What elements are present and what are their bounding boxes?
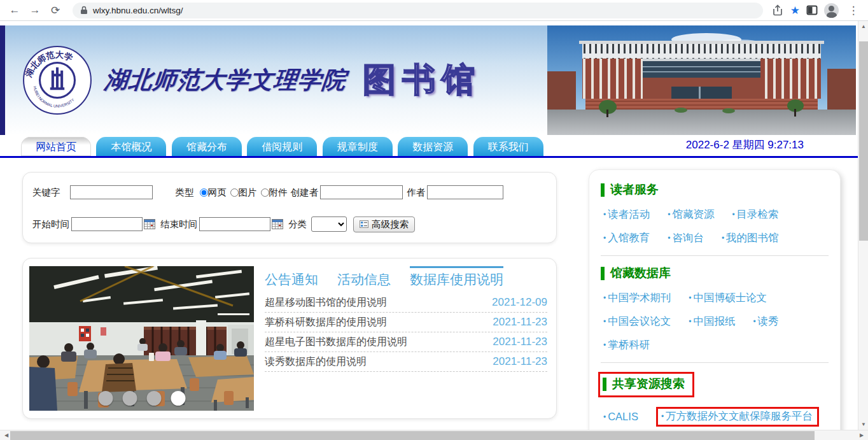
type-radio-image[interactable] xyxy=(230,188,239,197)
divider xyxy=(601,255,829,256)
vertical-scrollbar[interactable]: ▲ ▼ xyxy=(858,21,868,430)
divider xyxy=(601,362,829,363)
section-title: 共享资源搜索 xyxy=(612,376,685,392)
back-icon[interactable]: ← xyxy=(6,2,23,18)
main-navigation: 网站首页 本馆概况 馆藏分布 借阅规则 规章制度 数据资源 联系我们 2022-… xyxy=(0,137,858,158)
bullet-icon: • xyxy=(668,210,670,219)
sidebar-link-label: 目录检索 xyxy=(737,208,779,222)
scroll-down-icon[interactable]: ▼ xyxy=(858,422,868,427)
start-time-input[interactable] xyxy=(71,217,143,231)
profile-avatar[interactable] xyxy=(824,3,839,18)
sidebar-link-wanfang-highlighted[interactable]: •万方数据外文文献保障服务平台 xyxy=(656,407,819,427)
reload-icon[interactable]: ⟳ xyxy=(47,2,64,18)
news-item-title[interactable]: 掌桥科研数据库的使用说明 xyxy=(265,316,387,329)
carousel[interactable] xyxy=(29,266,254,411)
sidebar-link-label: 万方数据外文文献保障服务平台 xyxy=(666,409,813,423)
calendar-icon[interactable] xyxy=(144,219,155,229)
library-building-photo xyxy=(547,25,856,135)
category-select[interactable] xyxy=(311,216,347,232)
tab-data-resources[interactable]: 数据资源 xyxy=(398,137,468,156)
carousel-dot-4-active[interactable] xyxy=(171,391,185,406)
sidebar-link-conference-papers[interactable]: •中国会议论文 xyxy=(603,315,671,329)
type-radio-webpage[interactable] xyxy=(200,188,208,197)
page-viewport: 湖北师范大学 HUBEI NORMAL UNIVERSITY 湖北师范大学文理学… xyxy=(0,22,858,430)
news-item: 掌桥科研数据库的使用说明 2021-11-23 xyxy=(265,313,547,332)
news-item-title[interactable]: 读秀数据库的使用说明 xyxy=(265,355,367,369)
address-bar[interactable]: wlxy.hbnu.edu.cn/wltsg/ xyxy=(73,3,763,18)
sidebar-link-label: 馆藏资源 xyxy=(672,208,714,222)
news-item-title[interactable]: 超星移动图书馆的使用说明 xyxy=(265,296,387,309)
carousel-dot-3[interactable] xyxy=(146,391,161,406)
type-radio-attachment[interactable] xyxy=(261,188,269,197)
tab-collections[interactable]: 馆藏分布 xyxy=(172,137,242,156)
bullet-icon: • xyxy=(689,317,691,326)
sidebar-link-catalog-search[interactable]: •目录检索 xyxy=(732,208,778,222)
vertical-scroll-thumb[interactable] xyxy=(859,41,868,241)
tab-borrow-rules[interactable]: 借阅规则 xyxy=(247,137,317,156)
author-input[interactable] xyxy=(427,185,503,199)
lock-icon xyxy=(80,6,88,15)
bullet-icon: • xyxy=(668,234,670,243)
sidebar-link-collection-resources[interactable]: •馆藏资源 xyxy=(668,208,714,222)
end-time-input[interactable] xyxy=(199,217,270,231)
calendar-icon[interactable] xyxy=(272,219,283,229)
creator-label: 创建者 xyxy=(291,187,319,199)
news-item: 超星移动图书馆的使用说明 2021-12-09 xyxy=(265,293,547,313)
sidebar-link-theses[interactable]: •中国博硕士论文 xyxy=(689,291,767,305)
news-carousel-panel: 公告通知 活动信息 数据库使用说明 超星移动图书馆的使用说明 2021-12-0… xyxy=(22,258,557,419)
bookmark-star-icon[interactable]: ★ xyxy=(790,4,800,17)
sidebar-link-newspapers[interactable]: •中国报纸 xyxy=(689,315,735,329)
news-item-date: 2021-11-23 xyxy=(493,316,547,329)
section-title: 馆藏数据库 xyxy=(610,265,671,281)
tab-regulations[interactable]: 规章制度 xyxy=(323,137,393,156)
sidebar-link-duxiu[interactable]: •读秀 xyxy=(753,315,778,329)
bullet-icon: • xyxy=(603,341,606,350)
side-panel-icon[interactable] xyxy=(806,5,818,15)
news-item: 超星电子图书数据库的使用说明 2021-11-23 xyxy=(265,332,547,352)
bullet-icon: • xyxy=(661,412,664,421)
tab-home[interactable]: 网站首页 xyxy=(21,137,91,156)
sidebar-link-reader-activities[interactable]: •读者活动 xyxy=(603,208,650,222)
news-tab-database-guides[interactable]: 数据库使用说明 xyxy=(410,266,503,288)
sidebar-link-label: 我的图书馆 xyxy=(726,231,779,245)
url-text[interactable]: wlxy.hbnu.edu.cn/wltsg/ xyxy=(93,6,183,15)
sidebar-link-zhangqiao[interactable]: •掌桥科研 xyxy=(603,338,650,352)
news-tab-announcements[interactable]: 公告通知 xyxy=(265,266,318,288)
type-webpage-label: 网页 xyxy=(208,187,227,199)
bullet-icon: • xyxy=(753,317,755,326)
horizontal-scroll-thumb[interactable] xyxy=(10,431,815,440)
news-panel: 公告通知 活动信息 数据库使用说明 超星移动图书馆的使用说明 2021-12-0… xyxy=(265,266,547,411)
share-icon[interactable] xyxy=(772,4,784,16)
green-bar-icon xyxy=(601,183,605,197)
news-tab-activities[interactable]: 活动信息 xyxy=(337,266,391,288)
news-item-date: 2021-12-09 xyxy=(492,296,547,309)
browser-toolbar: ← → ⟳ wlxy.hbnu.edu.cn/wltsg/ ★ ⋮ xyxy=(0,0,868,21)
carousel-dot-2[interactable] xyxy=(122,391,137,406)
sidebar-link-label: 中国学术期刊 xyxy=(608,291,671,305)
menu-kebab-icon[interactable]: ⋮ xyxy=(845,2,862,18)
news-item: 读秀数据库的使用说明 2021-11-23 xyxy=(265,352,547,372)
news-item-title[interactable]: 超星电子图书数据库的使用说明 xyxy=(265,336,407,349)
sidebar-link-orientation[interactable]: •入馆教育 xyxy=(603,231,650,245)
category-label: 分类 xyxy=(288,218,307,231)
keyword-input[interactable] xyxy=(70,185,153,199)
scroll-right-icon[interactable]: ▶ xyxy=(857,432,867,438)
sidebar-link-help-desk[interactable]: •咨询台 xyxy=(668,231,704,245)
tab-overview[interactable]: 本馆概况 xyxy=(96,137,166,156)
scroll-up-icon[interactable]: ▲ xyxy=(858,24,868,29)
library-title: 图书馆 xyxy=(363,58,481,103)
carousel-dot-1[interactable] xyxy=(98,391,113,406)
section-title: 读者服务 xyxy=(610,181,659,198)
sidebar-link-calis[interactable]: •CALIS xyxy=(603,407,638,427)
section-databases: 馆藏数据库 xyxy=(601,265,829,281)
sidebar-link-cnki-journals[interactable]: •中国学术期刊 xyxy=(603,291,671,305)
forward-icon[interactable]: → xyxy=(27,2,43,18)
creator-input[interactable] xyxy=(320,185,403,199)
advanced-search-button[interactable]: 高级搜索 xyxy=(353,216,415,232)
horizontal-scrollbar[interactable]: ◀ ▶ xyxy=(0,430,868,440)
advanced-search-label: 高级搜索 xyxy=(372,218,409,231)
university-calligraphy-title: 湖北师范大学文理学院 xyxy=(102,64,347,96)
tab-contact[interactable]: 联系我们 xyxy=(473,137,543,156)
type-image-label: 图片 xyxy=(239,187,257,199)
sidebar-link-my-library[interactable]: •我的图书馆 xyxy=(722,231,779,245)
